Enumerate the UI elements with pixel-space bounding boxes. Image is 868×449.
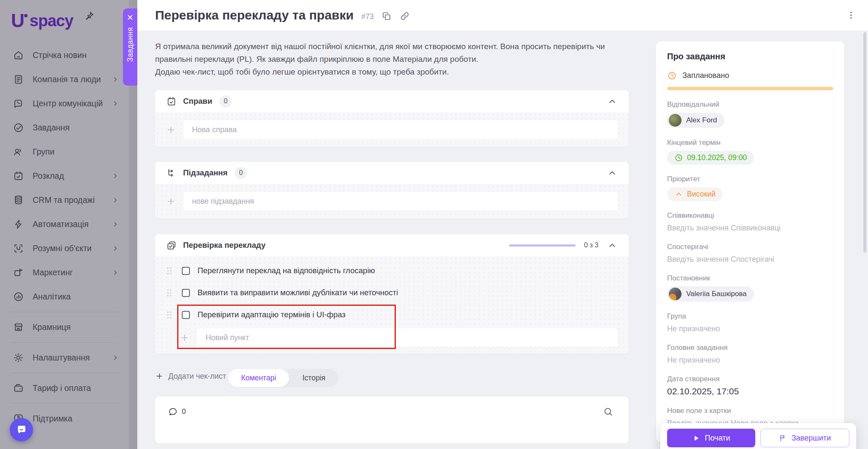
new-checklist-item-input[interactable] xyxy=(197,328,618,347)
deadline-pill[interactable]: 09.10.2025, 09:00 xyxy=(667,151,754,165)
checklist-item-label: Переглянути переклад на відповідність гл… xyxy=(198,266,375,275)
field-label: Спостерігачі xyxy=(667,243,833,251)
checklist-item-label: Перевірити адаптацію термінів і UI-фраз xyxy=(198,310,345,319)
count-badge: 0 xyxy=(220,95,232,108)
priority-pill[interactable]: Високий xyxy=(667,187,723,201)
link-icon[interactable] xyxy=(399,11,410,22)
calendar-check-icon xyxy=(166,96,177,107)
close-icon[interactable] xyxy=(126,14,134,21)
task-main-column: Я отримала великий документ від нашої по… xyxy=(155,40,629,443)
clock-icon xyxy=(674,153,683,162)
responsible-name: Alex Ford xyxy=(686,116,717,125)
checklist-section: Перевірка перекладу 0 з 3 Переглянути пе… xyxy=(155,234,629,354)
start-button-label: Почати xyxy=(705,434,730,443)
status-progress-bar xyxy=(667,87,833,90)
created-date-value: 02.10.2025, 17:05 xyxy=(667,386,833,396)
checklist-progress-bar xyxy=(509,244,576,247)
checkbox[interactable] xyxy=(182,289,190,297)
responsible-chip[interactable]: Alex Ford xyxy=(667,113,724,128)
coexecutors-placeholder[interactable]: Введіть значення Співвиконавці xyxy=(667,224,833,233)
vertical-scrollbar[interactable] xyxy=(863,32,866,252)
slideover-side-tab: Завдання xyxy=(123,8,137,86)
modal-dim-overlay[interactable] xyxy=(0,0,137,449)
checkbox[interactable] xyxy=(182,267,190,275)
field-label: Головне завдання xyxy=(667,344,833,352)
subtasks-section: Підзадання 0 xyxy=(155,162,629,219)
field-label: Кінцевий термін xyxy=(667,139,833,147)
finish-button[interactable]: Завершити xyxy=(760,429,849,447)
author-chip[interactable]: Valeriia Башкірова xyxy=(667,286,754,302)
drag-handle-icon[interactable] xyxy=(166,288,172,297)
slideover-tab-label[interactable]: Завдання xyxy=(126,27,135,62)
start-button[interactable]: Почати xyxy=(667,429,755,447)
field-label: Група xyxy=(667,312,833,321)
subtasks-header: Підзадання 0 xyxy=(155,162,629,184)
cases-header: Справи 0 xyxy=(155,90,629,112)
count-badge: 0 xyxy=(235,167,247,179)
task-actions-bar: Почати Завершити xyxy=(660,423,856,449)
task-description: Я отримала великий документ від нашої по… xyxy=(155,40,632,78)
checklist-progress-label: 0 з 3 xyxy=(584,241,598,249)
task-id: #73 xyxy=(362,12,374,21)
task-body: Я отримала великий документ від нашої по… xyxy=(137,30,868,449)
tab-comments[interactable]: Коментарі xyxy=(228,369,289,387)
chat-bubble-icon xyxy=(15,424,28,436)
plus-icon xyxy=(155,372,164,380)
drag-handle-icon[interactable] xyxy=(166,266,172,275)
field-label: Співвиконавці xyxy=(667,211,833,220)
support-chat-fab[interactable] xyxy=(10,418,33,441)
search-icon[interactable] xyxy=(603,407,613,417)
chevron-up-icon[interactable] xyxy=(607,168,618,178)
priority-value: Високий xyxy=(687,190,715,199)
checkbox[interactable] xyxy=(182,311,190,319)
field-label: Нове поле з картки xyxy=(667,407,833,415)
description-paragraph: Додаю чек-лист, щоб тобі було легше оріє… xyxy=(155,66,632,78)
copy-icon[interactable] xyxy=(381,11,392,21)
add-checklist-button[interactable]: Додати чек-лист xyxy=(155,372,226,381)
comments-panel: 0 xyxy=(155,396,629,443)
parent-task-value[interactable]: Не призначено xyxy=(667,356,833,365)
deadline-value: 09.10.2025, 09:00 xyxy=(687,153,747,162)
new-case-input[interactable] xyxy=(184,120,618,139)
cases-section: Справи 0 xyxy=(155,90,629,147)
author-name: Valeriia Башкірова xyxy=(686,290,747,298)
tab-history[interactable]: Історія xyxy=(289,369,338,387)
task-details-column: Про завдання Заплановано Відповідальний … xyxy=(656,42,844,449)
page-title: Перевірка перекладу та правки xyxy=(155,8,354,22)
field-label: Постановник xyxy=(667,274,833,283)
chevron-up-icon xyxy=(674,190,683,199)
new-subtask-input[interactable] xyxy=(184,192,618,211)
new-case-row xyxy=(166,120,618,139)
about-task-card: Про завдання Заплановано Відповідальний … xyxy=(656,42,844,442)
checklist-icon xyxy=(166,240,177,251)
checklist-item-label: Виявити та виправити можливі дублікати ч… xyxy=(198,288,398,297)
avatar xyxy=(669,114,682,127)
comments-count-value: 0 xyxy=(182,407,186,416)
flag-icon xyxy=(779,434,787,442)
details-title: Про завдання xyxy=(667,52,833,61)
comment-bubble-icon xyxy=(168,407,178,417)
observers-placeholder[interactable]: Введіть значення Спостерігачі xyxy=(667,255,833,264)
checklist-body: Переглянути переклад на відповідність гл… xyxy=(155,256,629,354)
subtasks-body xyxy=(155,184,629,219)
clock-status-icon xyxy=(667,71,677,80)
status-row[interactable]: Заплановано xyxy=(667,71,833,80)
checklist-item: Виявити та виправити можливі дублікати ч… xyxy=(166,282,618,304)
plus-icon xyxy=(180,333,189,343)
chevron-up-icon[interactable] xyxy=(607,240,618,251)
group-value[interactable]: Не призначено xyxy=(667,324,833,333)
subtasks-branch-icon xyxy=(166,168,177,178)
kebab-menu-icon[interactable] xyxy=(846,10,856,20)
new-checklist-item-row xyxy=(166,328,618,347)
chevron-up-icon[interactable] xyxy=(607,96,618,107)
task-header: Перевірка перекладу та правки #73 xyxy=(137,0,868,30)
field-label: Відповідальний xyxy=(667,100,833,109)
drag-handle-icon[interactable] xyxy=(166,310,172,319)
checklist-item: Перевірити адаптацію термінів і UI-фраз xyxy=(166,304,618,326)
description-paragraph: Я отримала великий документ від нашої по… xyxy=(155,40,632,66)
checklist-item: Переглянути переклад на відповідність гл… xyxy=(166,260,618,282)
avatar xyxy=(669,288,682,300)
checklist-title: Перевірка перекладу xyxy=(183,241,266,250)
task-slideover-panel: Завдання Перевірка перекладу та правки #… xyxy=(137,0,868,449)
status-label: Заплановано xyxy=(682,71,729,80)
